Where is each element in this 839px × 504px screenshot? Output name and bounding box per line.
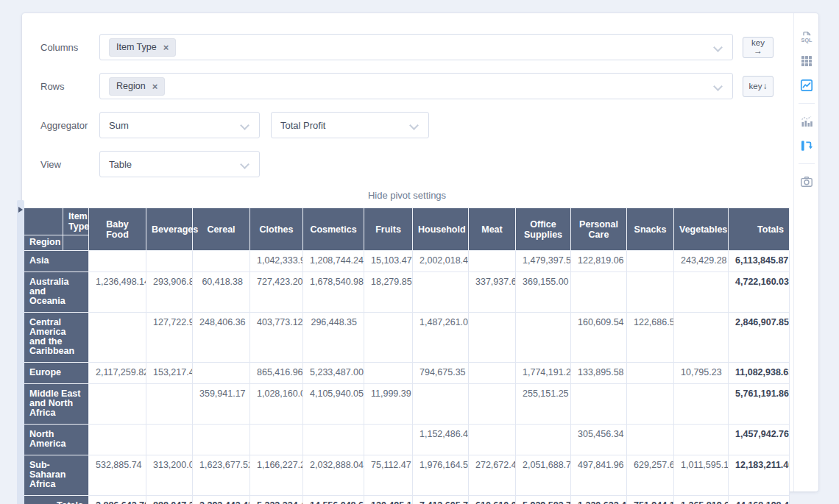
rows-sort-key-button[interactable]: key ↓ [743,76,773,97]
row-label: Asia [24,251,89,272]
fields-panel-expander[interactable] [17,200,24,504]
pivot-value-cell: 1,236,498.14 [89,272,146,313]
chevron-down-icon [409,121,419,130]
combo-chart-icon[interactable] [799,114,814,129]
rows-tag-remove-icon[interactable]: × [152,82,158,91]
pivot-value-cell: 1,976,164.52 [413,455,469,496]
pivot-value-cell [146,251,193,272]
columns-select[interactable]: Item Type × [99,34,733,60]
column-total-cell: 5,929,583.75 [516,496,571,504]
pivot-value-cell: 248,406.36 [193,313,250,363]
row-total-cell: 12,183,211.40 [729,455,790,496]
column-header: Snacks [627,208,674,251]
rows-select[interactable]: Region × [99,73,733,99]
row-total-cell: 4,722,160.03 [729,272,790,313]
pivot-value-cell: 272,672.40 [469,455,516,496]
pivot-value-cell: 160,609.54 [571,313,627,363]
pivot-value-cell: 60,418.38 [193,272,250,313]
pivot-value-cell [469,313,516,363]
pivot-value-cell: 133,895.58 [571,363,627,384]
arrow-down-icon: ↓ [762,82,767,90]
pivot-value-cell [89,384,146,425]
table-row: North America1,152,486.42305,456.341,457… [24,425,790,455]
row-label: Central America and the Caribbean [24,313,89,363]
aggregator-field-select[interactable]: Total Profit [271,112,429,138]
totals-row: Totals3,886,643.70888,047.282,292,443.43… [24,496,790,504]
column-total-cell: 14,556,048.66 [303,496,364,504]
pivot-value-cell: 2,051,688.75 [516,455,571,496]
pivot-value-cell [674,272,729,313]
aggregator-field-value: Total Profit [280,120,325,131]
pivot-value-cell [469,425,516,455]
pivot-value-cell [469,384,516,425]
table-row: Europe2,117,259.82153,217.44865,416.965,… [24,363,790,384]
pivot-value-cell: 255,151.25 [516,384,571,425]
column-total-cell: 888,047.28 [146,496,193,504]
sql-icon[interactable]: SQL [799,29,814,44]
row-total-cell: 11,082,938.63 [729,363,790,384]
pivot-value-cell [89,425,146,455]
pivot-value-cell [146,425,193,455]
column-total-cell: 5,233,334.40 [250,496,303,504]
column-axis-label: Item Type [63,208,89,235]
axis-spacer-cell [63,235,89,251]
columns-sort-key-button[interactable]: key → [743,37,773,58]
pivot-value-cell: 5,233,487.00 [303,363,364,384]
table-grid-icon[interactable] [799,54,814,68]
row-total-cell: 1,457,942.76 [729,425,790,455]
pivot-value-cell: 1,028,160.00 [250,384,303,425]
aggregator-select[interactable]: Sum [99,112,260,138]
columns-label: Columns [40,42,99,53]
pivot-value-cell: 153,217.44 [146,363,193,384]
pivot-value-cell [146,384,193,425]
view-value: Table [109,159,132,170]
pivot-value-cell [571,384,627,425]
column-header: Personal Care [571,208,627,251]
hide-pivot-settings-link[interactable]: Hide pivot settings [40,190,773,201]
column-header: Office Supplies [516,208,571,251]
column-header: Cereal [193,208,250,251]
column-header: Cosmetics [303,208,364,251]
pivot-value-cell: 629,257.68 [627,455,674,496]
pivot-value-cell: 497,841.96 [571,455,627,496]
pivot-value-cell [364,313,413,363]
table-row: Central America and the Caribbean127,722… [24,313,790,363]
columns-tag[interactable]: Item Type × [109,38,176,57]
pivot-value-cell: 1,487,261.02 [413,313,469,363]
pivot-table-area: Item Type Baby FoodBeveragesCerealClothe… [24,207,789,504]
pivot-value-cell [364,363,413,384]
pivot-value-cell [89,251,146,272]
column-header: Baby Food [89,208,146,251]
pivot-value-cell: 10,795.23 [674,363,729,384]
pivot-value-cell [364,425,413,455]
view-select[interactable]: Table [99,151,260,177]
pivot-value-cell: 1,152,486.42 [413,425,469,455]
view-row: View Table [40,151,773,177]
pivot-value-cell: 1,623,677.52 [193,455,250,496]
pivot-value-cell [627,272,674,313]
camera-icon[interactable] [799,174,814,189]
pivot-value-cell [193,251,250,272]
pivot-value-cell: 122,686.50 [627,313,674,363]
rows-tag[interactable]: Region × [109,77,165,96]
row-total-cell: 6,113,845.87 [729,251,790,272]
pivot-settings-panel: Columns Item Type × key → Rows R [22,13,793,201]
key-label: key [749,82,762,90]
pivot-value-cell: 532,885.74 [89,455,146,496]
pivot-value-cell: 296,448.35 [303,313,364,363]
image-chart-icon[interactable] [799,78,814,93]
column-total-cell: 1,265,819.63 [674,496,729,504]
rows-label: Rows [40,81,99,92]
pivot-value-cell [413,272,469,313]
svg-text:SQL: SQL [801,37,812,43]
columns-tag-remove-icon[interactable]: × [163,43,169,52]
pivot-table-icon[interactable] [799,138,814,153]
column-total-cell: 3,886,643.70 [89,496,146,504]
pivot-value-cell: 15,103.47 [364,251,413,272]
pivot-value-cell: 11,999.39 [364,384,413,425]
pivot-value-cell [250,425,303,455]
totals-column-header: Totals [729,208,790,251]
expand-arrow-icon [18,207,23,213]
pivot-value-cell: 1,479,397.50 [516,251,571,272]
column-total-cell: 610,610.00 [469,496,516,504]
